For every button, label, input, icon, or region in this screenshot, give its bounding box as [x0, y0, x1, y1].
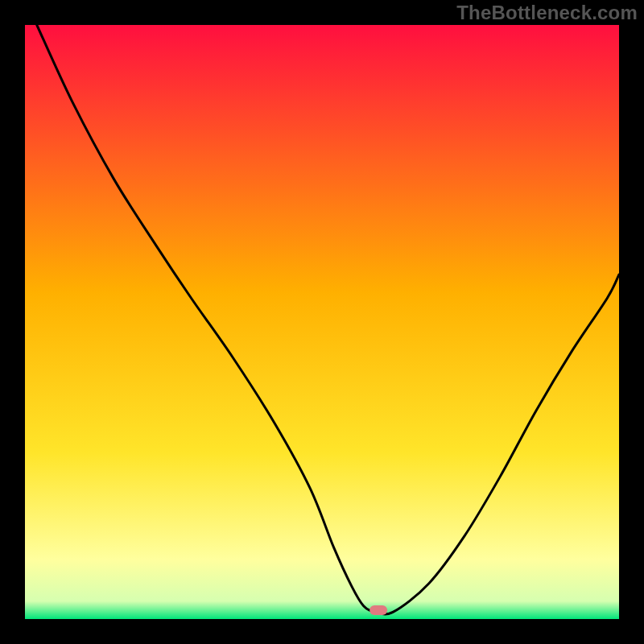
plot-area — [25, 25, 619, 619]
watermark-text: TheBottleneck.com — [456, 2, 638, 24]
chart-container: TheBottleneck.com — [0, 0, 644, 644]
minimum-marker — [369, 605, 387, 615]
gradient-bg — [25, 25, 619, 619]
chart-svg — [25, 25, 619, 619]
